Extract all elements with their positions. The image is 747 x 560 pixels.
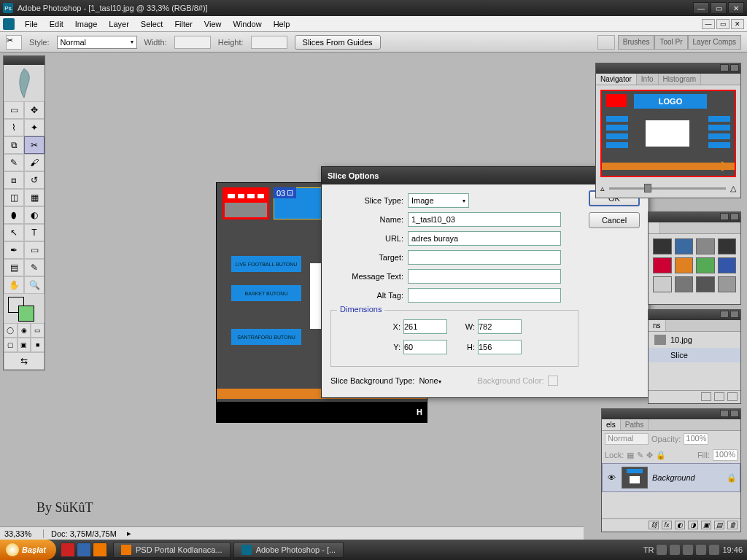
swatch[interactable]: [696, 276, 715, 292]
swatch[interactable]: [718, 238, 737, 254]
history-brush-tool[interactable]: ↺: [24, 171, 44, 189]
start-button[interactable]: Başlat: [0, 540, 56, 560]
style-select[interactable]: Normal▾: [57, 36, 137, 49]
standard-mode-icon[interactable]: ◯: [4, 323, 18, 338]
move-tool[interactable]: ✥: [24, 101, 44, 119]
eyedropper-tool[interactable]: ✎: [24, 259, 44, 276]
ql-ie-icon[interactable]: [77, 542, 91, 557]
ql-opera-icon[interactable]: [61, 542, 75, 557]
layer-thumbnail[interactable]: [622, 467, 648, 489]
menu-layer[interactable]: Layer: [103, 18, 135, 31]
folder-icon[interactable]: ▣: [701, 521, 711, 529]
mask-icon[interactable]: ◐: [675, 521, 685, 529]
ql-firefox-icon[interactable]: [93, 542, 107, 557]
tray-lang[interactable]: TR: [643, 545, 654, 554]
tab-brushes[interactable]: Brushes: [618, 35, 655, 50]
screenmode3-icon[interactable]: ■: [31, 338, 44, 352]
notes-tool[interactable]: ▤: [4, 259, 24, 276]
swatch[interactable]: [675, 257, 694, 273]
swatch[interactable]: [696, 257, 715, 273]
menu-help[interactable]: Help: [268, 18, 296, 31]
doc-restore-button[interactable]: ▭: [716, 19, 729, 29]
dodge-tool[interactable]: ◐: [24, 206, 44, 224]
taskbar-item-firefox[interactable]: PSD Portal Kodlanaca...: [113, 542, 231, 558]
tab-histogram[interactable]: Histogram: [659, 74, 702, 85]
blend-mode-select[interactable]: Normal: [605, 433, 649, 445]
bgtype-select[interactable]: None▾: [419, 376, 470, 385]
shape-tool[interactable]: ▭: [24, 241, 44, 259]
doc-close-button[interactable]: ✕: [731, 19, 744, 29]
tray-icon[interactable]: [709, 545, 719, 555]
zoom-tool[interactable]: 🔍: [24, 276, 44, 294]
gradient-tool[interactable]: ▦: [24, 189, 44, 206]
tray-icon[interactable]: [657, 545, 667, 555]
background-color[interactable]: [18, 306, 34, 322]
history-snapshot[interactable]: 10.jpg: [649, 332, 740, 348]
lock-trans-icon[interactable]: ▦: [627, 451, 634, 460]
height-input[interactable]: [251, 36, 287, 49]
tab-tool-presets[interactable]: Tool Pr: [654, 35, 687, 50]
history-tab[interactable]: ns: [649, 320, 666, 331]
zoom-level[interactable]: 33,33%: [0, 529, 44, 538]
hand-tool[interactable]: ✋: [4, 276, 24, 294]
x-input[interactable]: [403, 319, 447, 334]
menu-select[interactable]: Select: [135, 18, 169, 31]
brush-tool[interactable]: 🖌: [24, 154, 44, 171]
menu-edit[interactable]: Edit: [44, 18, 69, 31]
new-snapshot-icon[interactable]: [714, 392, 724, 401]
tray-icon[interactable]: [683, 545, 693, 555]
blur-tool[interactable]: ⬮: [4, 206, 24, 224]
opacity-input[interactable]: 100%: [684, 433, 708, 445]
lasso-tool[interactable]: ⌇: [4, 119, 24, 136]
y-input[interactable]: [403, 340, 447, 354]
swatch[interactable]: [653, 238, 672, 254]
lock-pos-icon[interactable]: ✥: [646, 451, 653, 460]
eraser-tool[interactable]: ◫: [4, 189, 24, 206]
menu-view[interactable]: View: [198, 18, 228, 31]
tray-icon[interactable]: [696, 545, 706, 555]
doc-size[interactable]: Doc: 3,75M/3,75M: [44, 529, 124, 538]
toolbox-header[interactable]: [4, 56, 44, 65]
width-input[interactable]: [174, 36, 211, 49]
trash-icon[interactable]: [727, 392, 738, 401]
toggle-palettes-icon[interactable]: [597, 35, 615, 50]
marquee-tool[interactable]: ▭: [4, 101, 24, 119]
menu-window[interactable]: Window: [228, 18, 268, 31]
maximize-button[interactable]: ▭: [711, 2, 727, 14]
swatch[interactable]: [696, 238, 715, 254]
pen-tool[interactable]: ✒: [4, 241, 24, 259]
slice-tool[interactable]: ✂: [24, 136, 44, 154]
cancel-button[interactable]: Cancel: [589, 212, 640, 228]
tab-layer-comps[interactable]: Layer Comps: [688, 35, 741, 50]
layers-tab2[interactable]: Paths: [621, 419, 649, 430]
menu-image[interactable]: Image: [69, 18, 104, 31]
history-header[interactable]: [649, 310, 740, 320]
doc-minimize-button[interactable]: —: [702, 19, 715, 29]
color-swatch[interactable]: [4, 294, 44, 323]
history-step[interactable]: Slice: [649, 348, 740, 362]
minimize-button[interactable]: —: [693, 2, 709, 14]
lock-all-icon[interactable]: 🔒: [656, 451, 666, 460]
tab-info[interactable]: Info: [637, 74, 659, 85]
delete-layer-icon[interactable]: 🗑: [727, 521, 738, 529]
type-tool[interactable]: T: [24, 224, 44, 241]
screen-mode-icon[interactable]: ▭: [31, 323, 44, 338]
name-input[interactable]: [408, 212, 561, 227]
layer-row[interactable]: 👁 Background 🔒: [602, 463, 740, 492]
healing-tool[interactable]: ✎: [4, 154, 24, 171]
swatch-tab[interactable]: [649, 222, 660, 233]
w-input[interactable]: [478, 319, 522, 334]
screenmode2-icon[interactable]: ▣: [18, 338, 31, 352]
stamp-tool[interactable]: ⧈: [4, 171, 24, 189]
tray-icon[interactable]: [670, 545, 680, 555]
navigator-zoom-slider[interactable]: ▵ △: [596, 182, 740, 195]
zoom-in-icon[interactable]: △: [730, 184, 736, 193]
swatch[interactable]: [718, 257, 737, 273]
alt-input[interactable]: [408, 288, 561, 303]
adjustment-icon[interactable]: ◑: [688, 521, 698, 529]
slices-from-guides-button[interactable]: Slices From Guides: [295, 35, 381, 50]
swatch[interactable]: [653, 257, 672, 273]
swatch[interactable]: [675, 276, 694, 292]
menu-file[interactable]: File: [19, 18, 44, 31]
fx-icon[interactable]: fx: [662, 521, 672, 529]
